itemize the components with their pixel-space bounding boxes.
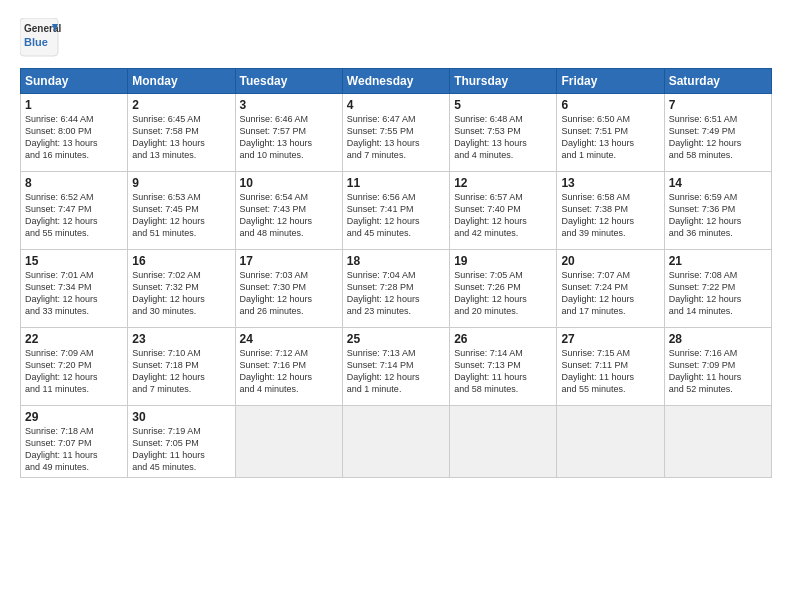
day-number: 16 — [132, 254, 230, 268]
calendar-cell: 1Sunrise: 6:44 AMSunset: 8:00 PMDaylight… — [21, 94, 128, 172]
weekday-header-wednesday: Wednesday — [342, 69, 449, 94]
day-number: 23 — [132, 332, 230, 346]
day-number: 1 — [25, 98, 123, 112]
day-info: Sunrise: 6:44 AMSunset: 8:00 PMDaylight:… — [25, 114, 98, 160]
calendar-cell: 11Sunrise: 6:56 AMSunset: 7:41 PMDayligh… — [342, 172, 449, 250]
day-info: Sunrise: 7:01 AMSunset: 7:34 PMDaylight:… — [25, 270, 98, 316]
day-number: 29 — [25, 410, 123, 424]
day-number: 6 — [561, 98, 659, 112]
day-number: 8 — [25, 176, 123, 190]
calendar-cell: 5Sunrise: 6:48 AMSunset: 7:53 PMDaylight… — [450, 94, 557, 172]
day-number: 24 — [240, 332, 338, 346]
calendar-cell: 27Sunrise: 7:15 AMSunset: 7:11 PMDayligh… — [557, 328, 664, 406]
calendar-cell — [664, 406, 771, 478]
logo: General Blue — [20, 18, 90, 58]
day-info: Sunrise: 6:50 AMSunset: 7:51 PMDaylight:… — [561, 114, 634, 160]
page-header: General Blue — [20, 18, 772, 58]
day-number: 11 — [347, 176, 445, 190]
weekday-header-monday: Monday — [128, 69, 235, 94]
day-info: Sunrise: 7:18 AMSunset: 7:07 PMDaylight:… — [25, 426, 98, 472]
day-info: Sunrise: 7:07 AMSunset: 7:24 PMDaylight:… — [561, 270, 634, 316]
day-number: 4 — [347, 98, 445, 112]
calendar-cell: 2Sunrise: 6:45 AMSunset: 7:58 PMDaylight… — [128, 94, 235, 172]
day-info: Sunrise: 6:57 AMSunset: 7:40 PMDaylight:… — [454, 192, 527, 238]
calendar-cell: 30Sunrise: 7:19 AMSunset: 7:05 PMDayligh… — [128, 406, 235, 478]
day-info: Sunrise: 7:15 AMSunset: 7:11 PMDaylight:… — [561, 348, 634, 394]
day-info: Sunrise: 6:59 AMSunset: 7:36 PMDaylight:… — [669, 192, 742, 238]
day-number: 17 — [240, 254, 338, 268]
day-info: Sunrise: 6:47 AMSunset: 7:55 PMDaylight:… — [347, 114, 420, 160]
day-info: Sunrise: 7:05 AMSunset: 7:26 PMDaylight:… — [454, 270, 527, 316]
day-number: 27 — [561, 332, 659, 346]
calendar-cell: 14Sunrise: 6:59 AMSunset: 7:36 PMDayligh… — [664, 172, 771, 250]
calendar-cell: 12Sunrise: 6:57 AMSunset: 7:40 PMDayligh… — [450, 172, 557, 250]
svg-text:Blue: Blue — [24, 36, 48, 48]
calendar-cell: 19Sunrise: 7:05 AMSunset: 7:26 PMDayligh… — [450, 250, 557, 328]
weekday-header-saturday: Saturday — [664, 69, 771, 94]
day-number: 12 — [454, 176, 552, 190]
day-info: Sunrise: 7:04 AMSunset: 7:28 PMDaylight:… — [347, 270, 420, 316]
day-info: Sunrise: 7:02 AMSunset: 7:32 PMDaylight:… — [132, 270, 205, 316]
weekday-header-friday: Friday — [557, 69, 664, 94]
day-info: Sunrise: 7:09 AMSunset: 7:20 PMDaylight:… — [25, 348, 98, 394]
day-info: Sunrise: 7:08 AMSunset: 7:22 PMDaylight:… — [669, 270, 742, 316]
day-number: 26 — [454, 332, 552, 346]
day-info: Sunrise: 7:16 AMSunset: 7:09 PMDaylight:… — [669, 348, 742, 394]
day-number: 22 — [25, 332, 123, 346]
day-info: Sunrise: 7:03 AMSunset: 7:30 PMDaylight:… — [240, 270, 313, 316]
day-number: 20 — [561, 254, 659, 268]
day-info: Sunrise: 6:48 AMSunset: 7:53 PMDaylight:… — [454, 114, 527, 160]
calendar-cell: 20Sunrise: 7:07 AMSunset: 7:24 PMDayligh… — [557, 250, 664, 328]
calendar-cell — [557, 406, 664, 478]
weekday-header-thursday: Thursday — [450, 69, 557, 94]
day-info: Sunrise: 7:10 AMSunset: 7:18 PMDaylight:… — [132, 348, 205, 394]
calendar-cell — [450, 406, 557, 478]
day-number: 10 — [240, 176, 338, 190]
day-number: 5 — [454, 98, 552, 112]
day-number: 18 — [347, 254, 445, 268]
calendar-cell: 26Sunrise: 7:14 AMSunset: 7:13 PMDayligh… — [450, 328, 557, 406]
calendar-cell: 6Sunrise: 6:50 AMSunset: 7:51 PMDaylight… — [557, 94, 664, 172]
day-number: 15 — [25, 254, 123, 268]
day-number: 2 — [132, 98, 230, 112]
calendar-table: SundayMondayTuesdayWednesdayThursdayFrid… — [20, 68, 772, 478]
calendar-cell: 22Sunrise: 7:09 AMSunset: 7:20 PMDayligh… — [21, 328, 128, 406]
calendar-cell: 21Sunrise: 7:08 AMSunset: 7:22 PMDayligh… — [664, 250, 771, 328]
weekday-header-tuesday: Tuesday — [235, 69, 342, 94]
calendar-cell: 9Sunrise: 6:53 AMSunset: 7:45 PMDaylight… — [128, 172, 235, 250]
calendar-cell: 3Sunrise: 6:46 AMSunset: 7:57 PMDaylight… — [235, 94, 342, 172]
day-info: Sunrise: 7:12 AMSunset: 7:16 PMDaylight:… — [240, 348, 313, 394]
calendar-cell: 23Sunrise: 7:10 AMSunset: 7:18 PMDayligh… — [128, 328, 235, 406]
day-info: Sunrise: 6:45 AMSunset: 7:58 PMDaylight:… — [132, 114, 205, 160]
day-number: 30 — [132, 410, 230, 424]
day-number: 3 — [240, 98, 338, 112]
calendar-cell — [342, 406, 449, 478]
day-info: Sunrise: 7:14 AMSunset: 7:13 PMDaylight:… — [454, 348, 527, 394]
calendar-cell: 16Sunrise: 7:02 AMSunset: 7:32 PMDayligh… — [128, 250, 235, 328]
calendar-cell: 7Sunrise: 6:51 AMSunset: 7:49 PMDaylight… — [664, 94, 771, 172]
day-info: Sunrise: 6:53 AMSunset: 7:45 PMDaylight:… — [132, 192, 205, 238]
day-number: 28 — [669, 332, 767, 346]
calendar-cell: 13Sunrise: 6:58 AMSunset: 7:38 PMDayligh… — [557, 172, 664, 250]
calendar-cell: 18Sunrise: 7:04 AMSunset: 7:28 PMDayligh… — [342, 250, 449, 328]
calendar-cell: 10Sunrise: 6:54 AMSunset: 7:43 PMDayligh… — [235, 172, 342, 250]
day-info: Sunrise: 6:46 AMSunset: 7:57 PMDaylight:… — [240, 114, 313, 160]
calendar-cell: 28Sunrise: 7:16 AMSunset: 7:09 PMDayligh… — [664, 328, 771, 406]
day-info: Sunrise: 6:54 AMSunset: 7:43 PMDaylight:… — [240, 192, 313, 238]
day-info: Sunrise: 7:13 AMSunset: 7:14 PMDaylight:… — [347, 348, 420, 394]
day-number: 9 — [132, 176, 230, 190]
day-info: Sunrise: 6:56 AMSunset: 7:41 PMDaylight:… — [347, 192, 420, 238]
calendar-cell: 25Sunrise: 7:13 AMSunset: 7:14 PMDayligh… — [342, 328, 449, 406]
day-info: Sunrise: 7:19 AMSunset: 7:05 PMDaylight:… — [132, 426, 205, 472]
day-info: Sunrise: 6:51 AMSunset: 7:49 PMDaylight:… — [669, 114, 742, 160]
calendar-cell: 29Sunrise: 7:18 AMSunset: 7:07 PMDayligh… — [21, 406, 128, 478]
day-number: 25 — [347, 332, 445, 346]
day-number: 14 — [669, 176, 767, 190]
calendar-cell — [235, 406, 342, 478]
calendar-cell: 17Sunrise: 7:03 AMSunset: 7:30 PMDayligh… — [235, 250, 342, 328]
day-number: 7 — [669, 98, 767, 112]
calendar-cell: 8Sunrise: 6:52 AMSunset: 7:47 PMDaylight… — [21, 172, 128, 250]
calendar-cell: 4Sunrise: 6:47 AMSunset: 7:55 PMDaylight… — [342, 94, 449, 172]
calendar-cell: 24Sunrise: 7:12 AMSunset: 7:16 PMDayligh… — [235, 328, 342, 406]
day-number: 19 — [454, 254, 552, 268]
